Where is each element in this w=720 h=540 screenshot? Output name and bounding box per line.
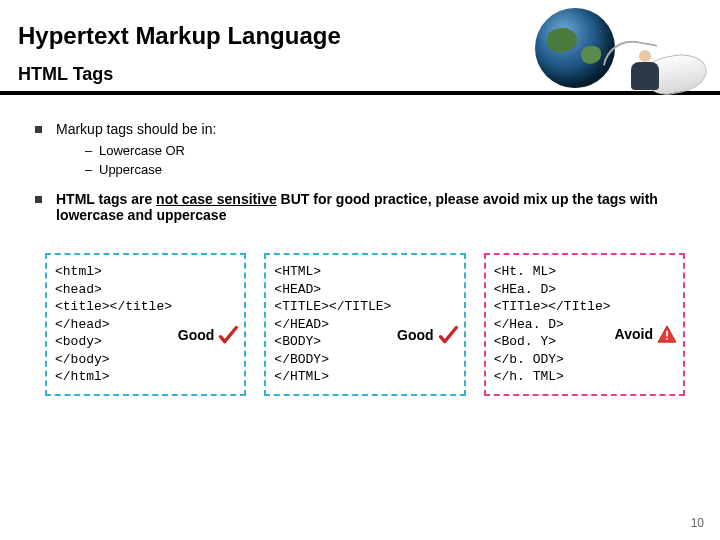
svg-rect-0 xyxy=(666,331,668,337)
code-line: </HTML> xyxy=(274,368,457,386)
svg-rect-1 xyxy=(666,339,668,341)
code-line: <html> xyxy=(55,263,238,281)
sub-bullet-list: –Lowercase OR –Uppercase xyxy=(85,143,695,177)
code-line: <Ht. ML> xyxy=(494,263,677,281)
badge-label: Good xyxy=(178,326,215,345)
slide-title: Hypertext Markup Language xyxy=(18,22,720,50)
checkmark-icon xyxy=(438,325,458,345)
code-line: </body> xyxy=(55,351,238,369)
code-line: <TITLE></TITLE> xyxy=(274,298,457,316)
code-box-uppercase: <HTML> <HEAD> <TITLE></TITLE> </HEAD> <B… xyxy=(264,253,465,396)
sub-bullet-item: –Lowercase OR xyxy=(85,143,695,158)
code-examples-row: <html> <head> <title></title> </head> <b… xyxy=(45,253,685,396)
bullet-text: HTML tags are not case sensitive BUT for… xyxy=(56,191,695,223)
badge: Good xyxy=(397,325,458,345)
code-line: <title></title> xyxy=(55,298,238,316)
badge-label: Avoid xyxy=(615,325,653,344)
badge: Avoid xyxy=(615,325,677,344)
warning-icon xyxy=(657,325,677,343)
code-line: </b. ODY> xyxy=(494,351,677,369)
code-line: </BODY> xyxy=(274,351,457,369)
page-number: 10 xyxy=(691,516,704,530)
bullet-item: Markup tags should be in: xyxy=(35,121,695,137)
checkmark-icon xyxy=(218,325,238,345)
code-line: <head> xyxy=(55,281,238,299)
code-box-mixed: <Ht. ML> <HEa. D> <TITle></TItle> </Hea.… xyxy=(484,253,685,396)
badge: Good xyxy=(178,325,239,345)
square-bullet-icon xyxy=(35,126,42,133)
code-line: </h. TML> xyxy=(494,368,677,386)
slide-subtitle: HTML Tags xyxy=(18,64,720,85)
code-box-lowercase: <html> <head> <title></title> </head> <b… xyxy=(45,253,246,396)
code-line: <TITle></TItle> xyxy=(494,298,677,316)
code-line: </html> xyxy=(55,368,238,386)
bullet-item: HTML tags are not case sensitive BUT for… xyxy=(35,191,695,223)
code-line: <HEAD> xyxy=(274,281,457,299)
bullet-text: Markup tags should be in: xyxy=(56,121,216,137)
badge-label: Good xyxy=(397,326,434,345)
square-bullet-icon xyxy=(35,196,42,203)
sub-bullet-item: –Uppercase xyxy=(85,162,695,177)
code-line: <HEa. D> xyxy=(494,281,677,299)
code-line: <HTML> xyxy=(274,263,457,281)
